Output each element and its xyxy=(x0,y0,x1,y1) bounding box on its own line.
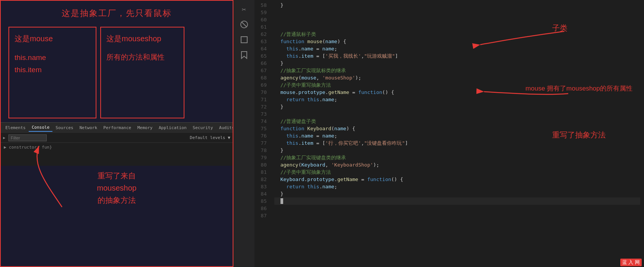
tab-console[interactable]: Console xyxy=(29,124,52,132)
filter-input[interactable] xyxy=(8,134,47,141)
svg-rect-3 xyxy=(241,37,247,43)
tab-elements[interactable]: Elements xyxy=(2,124,29,131)
mouse-box: 这是mouse this.name this.item xyxy=(8,27,96,118)
mouseshop-box-title: 这是mouseshop xyxy=(106,34,178,44)
line-num-65: 65 xyxy=(254,52,267,60)
code-line-58: } xyxy=(274,2,640,9)
no-sign-icon[interactable] xyxy=(237,18,251,31)
mouse-box-title: 这是mouse xyxy=(15,34,90,44)
line-num-83: 83 xyxy=(254,183,267,190)
line-num-79: 79 xyxy=(254,154,267,161)
tab-sources[interactable]: Sources xyxy=(52,124,76,131)
middle-toolbar: ✂ xyxy=(233,0,254,267)
bottom-logo: 蓝 入 网 xyxy=(620,259,642,266)
scissors-icon[interactable]: ✂ xyxy=(237,2,251,16)
line-num-62: 62 xyxy=(254,31,267,38)
console-line-1: ▶ constructor: fun} xyxy=(4,144,230,151)
line-num-84: 84 xyxy=(254,190,267,197)
line-num-74: 74 xyxy=(254,118,267,125)
line-num-81: 81 xyxy=(254,168,267,176)
console-filter-row: ▶ Default levels ▼ xyxy=(1,133,233,143)
code-line-64: this.name = name; xyxy=(274,45,640,52)
line-num-76: 76 xyxy=(254,132,267,139)
code-lines: } //普通鼠标子类 function mouse(name) { this.n… xyxy=(271,0,644,267)
code-line-61 xyxy=(274,23,640,31)
line-numbers: 58 59 60 61 62 63 64 65 66 67 68 69 70 7… xyxy=(254,0,271,267)
line-num-85: 85 xyxy=(254,197,267,205)
left-panel: 这是抽象工厂，先只看鼠标 这是mouse this.name this.item… xyxy=(0,0,233,267)
mouse-prop1: this.name xyxy=(15,52,90,64)
tab-performance[interactable]: Performance xyxy=(100,124,134,131)
left-bottom-annotation: 重写了来自mouseshop的抽象方法 xyxy=(1,166,233,206)
code-line-78: } xyxy=(274,147,640,154)
sub-boxes-row: 这是mouse this.name this.item 这是mouseshop … xyxy=(1,23,233,122)
mouseshop-box-content: 所有的方法和属性 xyxy=(106,52,178,63)
code-line-80: agency(Keyboard, 'KeyboardShop'); xyxy=(274,161,640,168)
code-line-81: //子类中重写抽象方法 xyxy=(274,168,640,176)
line-num-80: 80 xyxy=(254,161,267,168)
line-num-61: 61 xyxy=(254,23,267,31)
code-line-79: //抽象工厂实现键盘类的继承 xyxy=(274,154,640,161)
code-line-75: function Keyboard(name) { xyxy=(274,125,640,132)
tab-application[interactable]: Application xyxy=(156,124,190,131)
default-levels-label: Default levels ▼ xyxy=(190,135,230,140)
mouse-prop2: this.item xyxy=(15,64,90,76)
code-line-71: return this.name; xyxy=(274,96,640,103)
code-line-69: //子类中重写抽象方法 xyxy=(274,81,640,89)
code-line-66: } xyxy=(274,60,640,67)
right-panel: 58 59 60 61 62 63 64 65 66 67 68 69 70 7… xyxy=(254,0,644,267)
line-num-73: 73 xyxy=(254,110,267,118)
code-line-67: //抽象工厂实现鼠标类的继承 xyxy=(274,67,640,74)
code-line-86 xyxy=(274,205,640,212)
line-num-67: 67 xyxy=(254,67,267,74)
code-line-60 xyxy=(274,16,640,23)
filter-triangle-icon: ▶ xyxy=(3,136,5,140)
code-line-63: function mouse(name) { xyxy=(274,38,640,45)
code-line-73 xyxy=(274,110,640,118)
code-line-65: this.item = ['买我，我线长',"玩游戏贼溜"] xyxy=(274,52,640,60)
mouseshop-box: 这是mouseshop 所有的方法和属性 xyxy=(100,27,184,118)
code-line-72: } xyxy=(274,103,640,110)
line-num-60: 60 xyxy=(254,16,267,23)
svg-line-2 xyxy=(241,22,247,27)
default-levels[interactable]: Default levels ▼ xyxy=(190,135,230,140)
code-line-85 xyxy=(274,197,640,205)
code-line-59 xyxy=(274,9,640,16)
line-num-71: 71 xyxy=(254,96,267,103)
code-line-77: this.item = ['行，你买它吧',"没键盘看你咋玩"] xyxy=(274,139,640,147)
line-num-68: 68 xyxy=(254,74,267,81)
line-num-77: 77 xyxy=(254,139,267,147)
line-num-75: 75 xyxy=(254,125,267,132)
square-icon[interactable] xyxy=(237,33,251,47)
left-panel-title: 这是抽象工厂，先只看鼠标 xyxy=(1,1,233,23)
line-num-87: 87 xyxy=(254,212,267,219)
mouse-box-props: this.name this.item xyxy=(15,52,90,76)
code-line-76: this.name = name; xyxy=(274,132,640,139)
code-line-74: //普通键盘子类 xyxy=(274,118,640,125)
line-num-64: 64 xyxy=(254,45,267,52)
code-line-70: mouse.prototype.getName = function() { xyxy=(274,89,640,96)
code-line-68: agency(mouse, 'mouseShop'); xyxy=(274,74,640,81)
line-num-58: 58 xyxy=(254,2,267,9)
line-num-86: 86 xyxy=(254,205,267,212)
devtools-tabs-bar: Elements Console Sources Network Perform… xyxy=(1,122,233,133)
line-num-63: 63 xyxy=(254,38,267,45)
code-line-87 xyxy=(274,212,640,219)
line-num-59: 59 xyxy=(254,9,267,16)
code-area: 58 59 60 61 62 63 64 65 66 67 68 69 70 7… xyxy=(254,0,644,267)
code-line-83: return this.name; xyxy=(274,183,640,190)
line-num-69: 69 xyxy=(254,81,267,89)
tab-security[interactable]: Security xyxy=(190,124,216,131)
tab-memory[interactable]: Memory xyxy=(134,124,156,131)
tab-audits[interactable]: Audits xyxy=(216,124,233,131)
line-num-70: 70 xyxy=(254,89,267,96)
bookmark-icon[interactable] xyxy=(237,48,251,62)
code-line-82: Keyboard.prototype.getName = function() … xyxy=(274,176,640,183)
code-line-84: } xyxy=(274,190,640,197)
line-num-82: 82 xyxy=(254,176,267,183)
tab-network[interactable]: Network xyxy=(77,124,100,131)
console-content: ▶ constructor: fun} xyxy=(1,143,233,166)
line-num-72: 72 xyxy=(254,103,267,110)
line-num-66: 66 xyxy=(254,60,267,67)
line-num-78: 78 xyxy=(254,147,267,154)
